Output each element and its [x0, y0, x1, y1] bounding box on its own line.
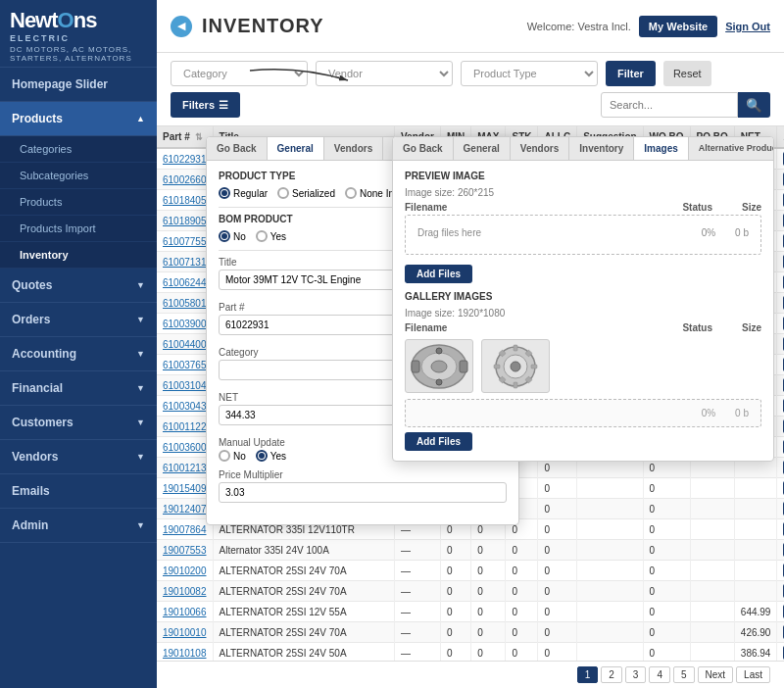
sidebar-item-quotes[interactable]: Quotes ▼	[0, 269, 157, 303]
part-link[interactable]: 61018905	[163, 216, 207, 226]
search-button[interactable]: 🔍	[738, 92, 770, 118]
sidebar-item-label: Accounting	[12, 347, 76, 361]
page-2-button[interactable]: 2	[601, 666, 622, 683]
cell-title	[213, 355, 395, 375]
cell-allc: 0	[538, 478, 577, 499]
part-link[interactable]: 61022931	[163, 154, 207, 165]
part-link[interactable]: 61003600	[163, 442, 207, 453]
my-website-button[interactable]: My Website	[639, 16, 717, 37]
part-link[interactable]: 61002660	[163, 174, 207, 185]
part-link[interactable]: 61007131	[163, 257, 207, 268]
col-min[interactable]: MIN	[440, 126, 470, 148]
next-button[interactable]: Next	[698, 666, 734, 683]
sidebar-item-customers[interactable]: Customers ▼	[0, 406, 157, 440]
header-right: Welcome: Vestra Incl. My Website Sign Ou…	[527, 16, 770, 37]
product-type-select[interactable]: Product Type	[461, 61, 598, 86]
col-allc[interactable]: ALLC	[538, 126, 577, 148]
part-link[interactable]: 61004400	[163, 339, 207, 350]
cell-stk: 0	[506, 314, 538, 334]
cell-part: 19010082	[157, 581, 213, 602]
cell-title	[213, 231, 395, 252]
part-link[interactable]: 19010200	[163, 565, 207, 576]
col-net[interactable]: NET	[734, 126, 777, 148]
part-link[interactable]: 19010108	[163, 648, 207, 659]
sign-out-link[interactable]: Sign Out	[725, 21, 770, 32]
part-link[interactable]: 19010082	[163, 586, 207, 597]
sidebar-item-emails[interactable]: Emails	[0, 474, 157, 509]
cell-min: 0	[440, 314, 470, 334]
cell-net	[734, 478, 777, 499]
cell-allc: 0	[538, 499, 577, 519]
category-select[interactable]: Category	[171, 61, 308, 86]
table-row: 61003104 — 0 0 0 0 0 SELECT ▼	[157, 375, 784, 396]
filters-toggle-button[interactable]: Filters ☰	[171, 92, 240, 118]
part-link[interactable]: 61001213	[163, 463, 207, 473]
part-link[interactable]: 19010010	[163, 627, 207, 638]
part-link[interactable]: 61007755	[163, 236, 207, 247]
cell-title: MOTOR 25MT 12V	[213, 499, 395, 519]
cell-wo-bo: 0	[643, 519, 690, 540]
col-actions: Actions	[777, 126, 784, 148]
vendor-select[interactable]: Vendor	[316, 61, 453, 86]
col-suggestion[interactable]: Suggestion	[577, 126, 643, 148]
col-stk[interactable]: STK	[506, 126, 538, 148]
part-link[interactable]: 19012407	[163, 504, 207, 515]
search-input[interactable]	[601, 92, 738, 118]
col-max[interactable]: MAX	[471, 126, 506, 148]
sidebar-item-homepage-slider[interactable]: Homepage Slider	[0, 68, 157, 102]
sidebar-item-products[interactable]: Products ▲	[0, 102, 157, 136]
chevron-down-icon: ▼	[136, 418, 145, 427]
col-part[interactable]: Part # ⇅	[157, 126, 213, 148]
part-link[interactable]: 61005801	[163, 298, 207, 309]
cell-min: 0	[440, 170, 470, 190]
table-row: 61018405 Motor 39MT, 12V Solenoid Down —…	[157, 190, 784, 211]
cell-po-bo	[690, 231, 734, 252]
part-link[interactable]: 19010066	[163, 607, 207, 617]
back-button[interactable]: ◀	[171, 16, 192, 37]
cell-min: 0	[440, 375, 470, 396]
sidebar-item-vendors[interactable]: Vendors ▼	[0, 440, 157, 474]
cell-wo-bo: 0	[643, 622, 690, 643]
sidebar-item-financial[interactable]: Financial ▼	[0, 371, 157, 406]
header: ◀ INVENTORY Welcome: Vestra Incl. My Web…	[157, 0, 784, 53]
part-link[interactable]: 61006244	[163, 277, 207, 288]
part-link[interactable]: 19007553	[163, 545, 207, 556]
part-link[interactable]: 19007864	[163, 524, 207, 535]
cell-allc: 0	[538, 170, 577, 190]
reset-button[interactable]: Reset	[663, 61, 711, 86]
cell-wo-bo: 0	[643, 375, 690, 396]
page-4-button[interactable]: 4	[649, 666, 670, 683]
col-po-bo[interactable]: PO BO	[690, 126, 734, 148]
part-link[interactable]: 61003043	[163, 401, 207, 412]
filter-button[interactable]: Filter	[606, 61, 656, 86]
cell-max: 0	[471, 252, 506, 272]
page-3-button[interactable]: 3	[625, 666, 647, 683]
part-link[interactable]: 61003900	[163, 319, 207, 329]
sidebar-subitem-inventory[interactable]: Inventory	[0, 242, 157, 269]
last-button[interactable]: Last	[736, 666, 770, 683]
cell-title: ALTERNATOR 25SI 24V 70A	[213, 581, 395, 602]
col-wo-bo[interactable]: WO BO	[643, 126, 690, 148]
part-link[interactable]: 61001122	[163, 421, 207, 432]
sidebar-subitem-products[interactable]: Products	[0, 189, 157, 216]
sidebar-subitem-categories[interactable]: Categories	[0, 136, 157, 163]
sidebar-item-admin[interactable]: Admin ▼	[0, 509, 157, 543]
part-link[interactable]: 61003765	[163, 360, 207, 370]
page-1-button[interactable]: 1	[577, 666, 599, 683]
cell-allc: 0	[538, 396, 577, 417]
part-link[interactable]: 61003104	[163, 380, 207, 391]
cell-part: 61001213	[157, 458, 213, 478]
col-vendor[interactable]: Vendor	[395, 126, 441, 148]
cell-actions: SELECT ▼	[777, 602, 784, 622]
sidebar-item-accounting[interactable]: Accounting ▼	[0, 337, 157, 371]
cell-wo-bo: 0	[643, 170, 690, 190]
sidebar-subitem-products-import[interactable]: Products Import	[0, 216, 157, 242]
sidebar-subitem-subcategories[interactable]: Subcategories	[0, 163, 157, 189]
part-link[interactable]: 61018405	[163, 195, 207, 206]
page-5-button[interactable]: 5	[673, 666, 695, 683]
part-link[interactable]: 19015409	[163, 483, 207, 494]
table-row: 19010200 ALTERNATOR 25SI 24V 70A — 0 0 0…	[157, 561, 784, 581]
filter-bar: Category Vendor Product Type Filter Rese…	[157, 53, 784, 126]
col-title[interactable]: Title	[213, 126, 395, 148]
sidebar-item-orders[interactable]: Orders ▼	[0, 303, 157, 337]
